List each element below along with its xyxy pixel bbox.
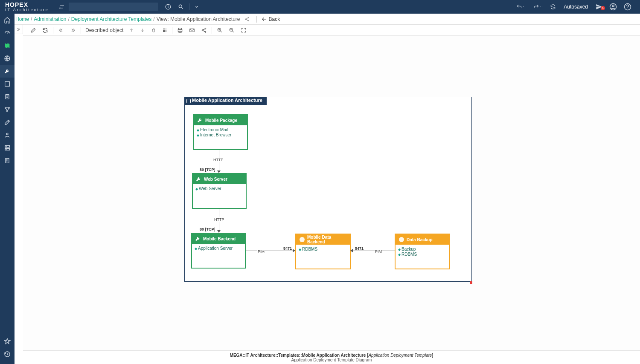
side-workflow-icon[interactable] [0, 103, 15, 116]
described-object-label: Described object [85, 27, 123, 33]
brand: HOPEX IT Architecture [0, 2, 54, 12]
side-home-icon[interactable] [0, 14, 15, 26]
search-input[interactable] [69, 3, 158, 11]
svg-point-37 [205, 31, 206, 32]
node-head: Mobile Backend [192, 234, 245, 244]
node-title: Data Backup [407, 237, 433, 242]
share-icon[interactable] [244, 17, 250, 22]
divider [189, 3, 189, 10]
svg-point-16 [6, 133, 8, 135]
svg-point-15 [7, 111, 8, 112]
user-icon[interactable] [606, 3, 620, 11]
arrow-down-icon[interactable] [137, 28, 148, 33]
node-head: Web Server [193, 174, 246, 184]
diagram-toolbar: Described object [23, 25, 640, 36]
mail-icon[interactable] [186, 27, 198, 33]
node-mobile-backend[interactable]: Mobile Backend Application Server [191, 233, 246, 269]
crumb-admin[interactable]: Administration [34, 16, 66, 22]
grid-icon[interactable] [159, 28, 170, 33]
sep [53, 27, 53, 34]
side-tools-icon[interactable] [0, 65, 15, 78]
print-icon[interactable] [174, 27, 186, 33]
autosaved-label: Autosaved [564, 4, 588, 10]
connector [246, 251, 295, 251]
arrow-icon [350, 249, 353, 252]
redo-icon[interactable] [529, 4, 547, 10]
topbar: HOPEX IT Architecture Autosaved 4 [0, 0, 640, 14]
share-icon[interactable] [198, 27, 210, 33]
svg-point-35 [205, 28, 206, 29]
first-icon[interactable] [55, 27, 67, 33]
crumb-templates[interactable]: Deployment Architecture Templates [71, 16, 152, 22]
chevron-down-icon[interactable] [191, 5, 202, 9]
search-icon[interactable] [175, 4, 187, 10]
side-building-icon[interactable] [0, 154, 15, 167]
zoom-in-icon[interactable] [214, 27, 226, 33]
sep [81, 27, 81, 34]
svg-rect-22 [163, 29, 164, 29]
resize-handle-icon[interactable] [470, 281, 472, 284]
side-clipboard-icon[interactable] [0, 90, 15, 103]
crumb-sep: / [153, 16, 154, 22]
undo-icon[interactable] [512, 4, 529, 10]
sidebar [0, 14, 15, 364]
side-globe-icon[interactable] [0, 52, 15, 65]
divider [256, 16, 257, 23]
node-item: RDBMS [398, 252, 447, 257]
side-frame-icon[interactable] [0, 78, 15, 90]
refresh-icon[interactable] [547, 4, 559, 10]
footer-path-text: MEGA::IT Architecture::Templates::Mobile… [230, 353, 367, 358]
footer-path: MEGA::IT Architecture::Templates::Mobile… [230, 353, 433, 358]
swap-icon[interactable] [54, 4, 69, 10]
info-icon[interactable] [162, 4, 175, 10]
svg-point-7 [248, 17, 249, 18]
node-mobile-data-backend[interactable]: Mobile Data Backend RDBMS [295, 234, 351, 269]
node-body: Backup RDBMS [396, 245, 449, 259]
side-map-icon[interactable] [0, 39, 15, 52]
node-data-backup[interactable]: Data Backup Backup RDBMS [395, 234, 450, 269]
breadcrumb-bar: Home / Administration / Deployment Archi… [0, 14, 640, 25]
side-star-icon[interactable] [0, 335, 15, 348]
svg-point-9 [248, 20, 249, 21]
node-web-server[interactable]: Web Server Web Server [192, 173, 247, 209]
conn-label: PIM [375, 249, 382, 254]
crumb-current: View: Mobile Application Architecture [157, 16, 240, 22]
svg-point-19 [6, 146, 6, 147]
side-server-icon[interactable] [0, 142, 15, 154]
footer-sub: Application Deployment Template Diagram [291, 358, 372, 362]
arrow-up-icon[interactable] [126, 28, 137, 33]
svg-point-5 [612, 5, 614, 7]
side-dashboard-icon[interactable] [0, 26, 15, 39]
node-title: Mobile Package [205, 118, 237, 123]
svg-point-14 [9, 107, 10, 109]
side-history-icon[interactable] [0, 348, 15, 361]
svg-rect-11 [5, 82, 10, 87]
fullscreen-icon[interactable] [238, 27, 250, 33]
svg-rect-21 [6, 159, 9, 163]
notifications-icon[interactable]: 4 [592, 3, 606, 10]
svg-rect-24 [166, 29, 166, 29]
side-people-icon[interactable] [0, 129, 15, 142]
diagram-canvas[interactable]: Mobile Application Architecture Mobile P… [23, 36, 640, 350]
zoom-out-icon[interactable] [226, 27, 238, 33]
conn-port: 5471 [283, 246, 292, 251]
expand-sidebar-icon[interactable] [15, 25, 23, 34]
brand-main: HOPEX [5, 2, 49, 8]
refresh-icon[interactable] [39, 27, 51, 33]
edit-icon[interactable] [27, 27, 39, 33]
delete-icon[interactable] [148, 28, 159, 33]
crumb-home[interactable]: Home [15, 16, 29, 22]
side-edit-icon[interactable] [0, 116, 15, 129]
node-body: RDBMS [296, 245, 350, 254]
svg-rect-27 [166, 30, 166, 31]
back-button[interactable]: Back [261, 16, 280, 22]
help-icon[interactable] [620, 3, 635, 11]
svg-rect-1 [168, 6, 168, 8]
topbar-right: Autosaved 4 [512, 3, 640, 11]
brand-sub: IT Architecture [5, 8, 49, 12]
svg-rect-2 [168, 6, 168, 6]
node-mobile-package[interactable]: Mobile Package Electronic Mail Internet … [193, 114, 248, 150]
svg-rect-25 [163, 30, 164, 31]
node-title: Web Server [204, 177, 227, 182]
last-icon[interactable] [67, 27, 79, 33]
